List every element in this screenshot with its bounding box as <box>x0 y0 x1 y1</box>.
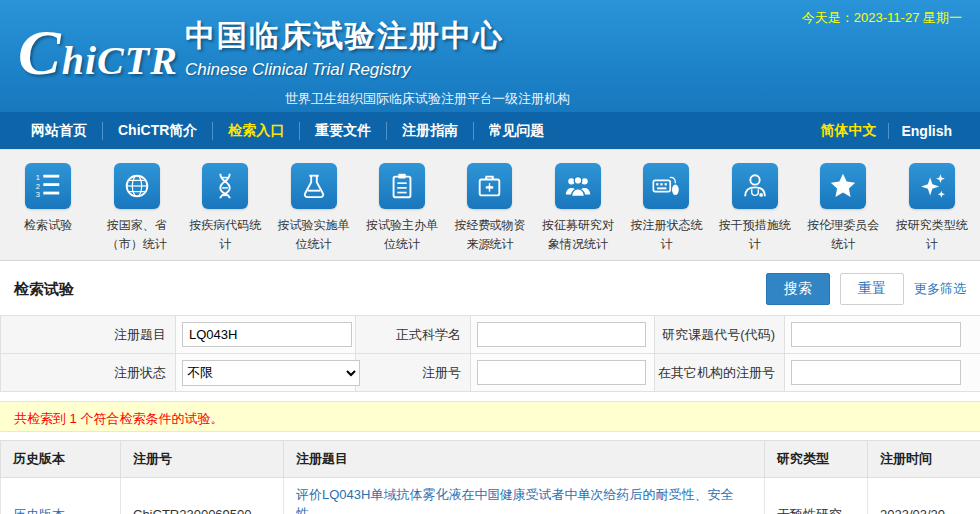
clipboard-icon <box>379 163 425 209</box>
people-group-icon <box>555 163 601 209</box>
scientific-name-input[interactable] <box>477 322 646 347</box>
search-actions: 搜索 重置 更多筛选 <box>766 273 966 305</box>
numbered-list-icon: 123 <box>25 163 71 209</box>
registration-title-label: 注册题目 <box>1 316 176 354</box>
stat-item-label: 按试验实施单位统计 <box>276 216 352 253</box>
flask-icon <box>291 163 337 209</box>
stat-item-by-implementing-unit[interactable]: 按试验实施单位统计 <box>269 163 357 253</box>
col-header-title: 注册题目 <box>284 441 765 478</box>
site-title-en: Chinese Clinical Trial Registry <box>185 60 570 80</box>
table-row: 历史版本 ChiCTR2300069500 评价LQ043H单域抗体雾化液在中国… <box>1 478 980 514</box>
study-code-input[interactable] <box>791 322 961 347</box>
stat-item-label: 按注册状态统计 <box>628 216 704 253</box>
globe-icon <box>114 163 160 209</box>
other-org-number-label: 在其它机构的注册号 <box>655 354 785 392</box>
col-header-reg-number: 注册号 <box>121 441 284 478</box>
reg-number-cell: ChiCTR2300069500 <box>121 478 284 514</box>
results-table: 历史版本 注册号 注册题目 研究类型 注册时间 历史版本 ChiCTR23000… <box>0 440 980 514</box>
site-titles: 中国临床试验注册中心 Chinese Clinical Trial Regist… <box>185 16 570 108</box>
nav-item-documents[interactable]: 重要文件 <box>299 122 386 140</box>
nav-item-guide[interactable]: 注册指南 <box>386 122 473 140</box>
search-button[interactable]: 搜索 <box>766 273 830 305</box>
stat-item-by-funding-source[interactable]: 按经费或物资来源统计 <box>446 163 533 253</box>
statistics-menu: 123 检索试验 按国家、省（市）统计 按疾病代码统计 按试验实施单位统计 按试… <box>0 149 980 261</box>
today-date: 今天是：2023-11-27 星期一 <box>802 9 962 27</box>
more-filters-link[interactable]: 更多筛选 <box>914 280 966 298</box>
col-header-reg-date: 注册时间 <box>868 441 980 478</box>
nav-item-faq[interactable]: 常见问题 <box>473 122 559 140</box>
lang-simplified-chinese[interactable]: 简体中文 <box>808 122 888 140</box>
chictr-logo-text: ChiCTR <box>18 16 178 90</box>
stat-item-by-registration-status[interactable]: 按注册状态统计 <box>622 163 710 253</box>
sparkles-icon <box>909 163 955 209</box>
star-icon <box>820 163 866 209</box>
trial-title-link[interactable]: 评价LQ043H单域抗体雾化液在中国健康受试者中单次给药后的耐受性、安全性、..… <box>296 486 752 514</box>
stat-item-label: 按经费或物资来源统计 <box>452 216 527 253</box>
stat-item-search-trials[interactable]: 123 检索试验 <box>4 163 92 253</box>
search-form: 注册题目 正式科学名 研究课题代号(代码) 注册状态 不限 注册号 在其它机构的… <box>0 315 980 392</box>
scientific-name-label: 正式科学名 <box>356 316 471 354</box>
first-aid-kit-icon <box>467 163 512 209</box>
dna-icon <box>202 163 248 209</box>
site-header: 今天是：2023-11-27 星期一 ChiCTR 中国临床试验注册中心 Chi… <box>0 0 980 112</box>
nav-item-about[interactable]: ChiCTR简介 <box>102 122 212 140</box>
col-header-study-type: 研究类型 <box>765 441 868 478</box>
result-count-notice: 共检索到 1 个符合检索条件的试验。 <box>0 401 980 432</box>
stat-item-label: 按干预措施统计 <box>717 216 793 253</box>
stat-item-label: 按试验主办单位统计 <box>364 216 440 253</box>
stat-item-label: 按疾病代码统计 <box>187 216 263 253</box>
stat-item-by-ethics-committee[interactable]: 按伦理委员会统计 <box>799 163 887 253</box>
registration-number-input[interactable] <box>477 360 646 385</box>
registration-status-label: 注册状态 <box>1 354 176 392</box>
language-switch: 简体中文 English <box>808 122 964 140</box>
stat-item-by-disease-code[interactable]: 按疾病代码统计 <box>181 163 269 253</box>
stat-item-by-study-type[interactable]: 按研究类型统计 <box>888 163 976 253</box>
other-org-number-input[interactable] <box>791 360 961 385</box>
registration-status-select[interactable]: 不限 <box>182 360 360 386</box>
lang-english[interactable]: English <box>888 123 964 139</box>
results-header-row: 历史版本 注册号 注册题目 研究类型 注册时间 <box>1 441 980 478</box>
stat-item-label: 按国家、省（市）统计 <box>99 216 175 253</box>
site-title-cn: 中国临床试验注册中心 <box>185 16 570 57</box>
reg-date-cell: 2023/03/20 <box>868 478 980 514</box>
keyboard-mouse-icon <box>643 163 689 209</box>
stat-item-by-sponsor-unit[interactable]: 按试验主办单位统计 <box>358 163 446 253</box>
stat-item-by-recruitment-subjects[interactable]: 按征募研究对象情况统计 <box>534 163 622 253</box>
stat-item-label: 检索试验 <box>10 216 86 235</box>
nav-item-search-entry[interactable]: 检索入口 <box>212 122 299 140</box>
stat-item-by-country[interactable]: 按国家、省（市）统计 <box>92 163 180 253</box>
col-header-history: 历史版本 <box>1 441 121 478</box>
stat-item-label: 按研究类型统计 <box>894 216 970 253</box>
study-code-label: 研究课题代号(代码) <box>655 316 785 354</box>
nav-item-home[interactable]: 网站首页 <box>16 122 102 140</box>
doctor-icon <box>732 163 778 209</box>
stat-item-by-intervention[interactable]: 按干预措施统计 <box>711 163 799 253</box>
search-section-title: 检索试验 <box>14 280 74 299</box>
main-nav: 网站首页 ChiCTR简介 检索入口 重要文件 注册指南 常见问题 简体中文 E… <box>0 112 980 149</box>
svg-text:3: 3 <box>36 190 40 199</box>
search-section-header: 检索试验 搜索 重置 更多筛选 <box>0 261 980 315</box>
site-subtitle: 世界卫生组织国际临床试验注册平台一级注册机构 <box>285 90 570 108</box>
history-version-link[interactable]: 历史版本 <box>13 507 65 514</box>
stat-item-label: 按征募研究对象情况统计 <box>540 216 616 253</box>
chictr-logo[interactable]: ChiCTR <box>18 16 178 90</box>
stat-item-label: 按伦理委员会统计 <box>805 216 881 253</box>
registration-number-label: 注册号 <box>356 354 471 392</box>
registration-title-input[interactable] <box>182 322 352 347</box>
study-type-cell: 干预性研究 <box>765 478 868 514</box>
trial-title-cell: 评价LQ043H单域抗体雾化液在中国健康受试者中单次给药后的耐受性、安全性、..… <box>284 478 765 514</box>
reset-button[interactable]: 重置 <box>840 273 904 305</box>
